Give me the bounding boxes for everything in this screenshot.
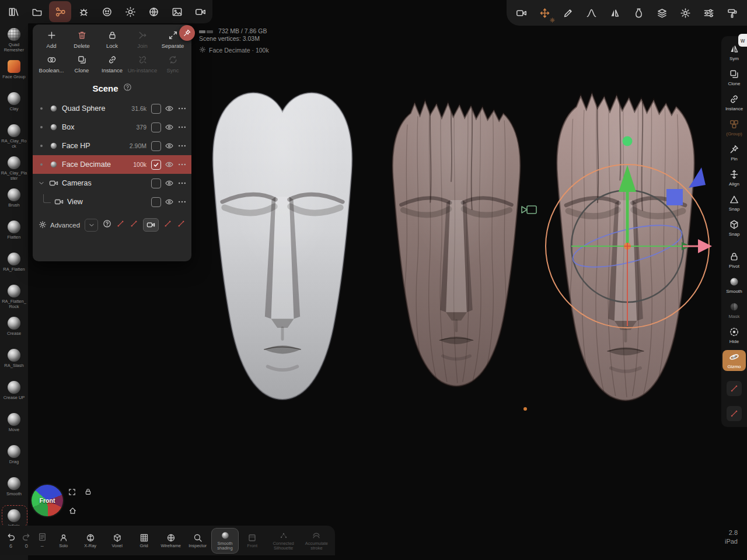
toggle-front[interactable]: Front [239,531,265,551]
stroke-slash-1[interactable] [727,381,742,396]
right-tool-pivot[interactable]: Pivot [722,250,746,271]
view-lock-button[interactable] [84,488,92,498]
right-tool-hide[interactable]: Hide [722,325,746,346]
tool-smooth[interactable]: Smooth [0,475,28,507]
sculpt-mesh-wood-mask[interactable] [378,80,535,408]
scene-item-face-decimate[interactable]: Face Decimate100k [33,155,191,174]
home-view-button[interactable] [68,506,77,517]
topbar-layers-button[interactable] [651,2,673,23]
topbar-scene-graph-button[interactable] [49,1,71,22]
gizmo-y-arrowhead[interactable] [619,165,636,192]
stroke-slash-2[interactable] [727,406,742,421]
select-checkbox[interactable] [151,197,161,207]
scene-item-cameras[interactable]: Cameras [33,174,191,192]
eye-icon[interactable] [165,178,174,188]
right-tool-snap[interactable]: Snap [722,192,746,214]
tool-crease-up[interactable]: Crease UP [0,379,28,411]
right-tool-instance[interactable]: Instance [722,92,746,113]
select-checkbox[interactable] [151,160,161,170]
w-badge[interactable]: w [738,34,747,47]
scene-item-view[interactable]: View [33,192,191,211]
slash-toggle-4[interactable] [177,219,186,230]
toggle-accumulate-stroke[interactable]: Accumulate stroke [302,528,331,553]
right-tool-gizmo[interactable]: Gizmo [722,350,746,371]
topbar-lathe-button[interactable] [627,2,650,23]
toggle-inspector[interactable]: Inspector [185,531,211,551]
right-tool-pin[interactable]: Pin [722,142,746,163]
tool-ra-clay-plaster[interactable]: RA_Clay_Plaster [0,154,28,186]
delete-button[interactable]: Delete [67,30,97,49]
advanced-help-icon[interactable] [103,219,111,230]
slash-toggle-2[interactable] [130,219,138,230]
tool-ra-flatten-rock[interactable]: RA_Flatten_Rock [0,282,28,314]
toggle-grid[interactable]: Grid [131,531,157,551]
topbar-settings-button[interactable] [674,2,696,23]
topbar-environment-button[interactable] [142,1,165,22]
right-tool-snap[interactable]: Snap [722,218,746,239]
panel-pin-button[interactable] [179,25,195,41]
eye-icon[interactable] [165,123,174,132]
toggle-wireframe[interactable]: Wireframe [158,531,184,551]
topbar-gizmo-transform-button[interactable] [533,2,556,23]
topbar-paint-button[interactable] [721,2,743,23]
tool-flatten[interactable]: Flatten [0,218,28,250]
instance-button[interactable]: Instance [97,55,127,74]
eye-icon[interactable] [165,197,174,206]
orientation-ball[interactable]: Front [32,485,63,516]
topbar-symmetry-button[interactable] [604,2,626,23]
camera-toggle-active[interactable] [143,218,159,232]
ellipsis-icon[interactable] [177,197,187,206]
topbar-falloff-button[interactable] [581,2,603,23]
topbar-interface-button[interactable] [698,2,720,23]
advanced-chevron-button[interactable] [85,219,98,232]
toggle-x-ray[interactable]: X-Ray [78,531,103,551]
gizmo-plane-handle[interactable] [666,189,683,205]
topbar-lighting-button[interactable] [119,1,141,22]
select-checkbox[interactable] [151,178,161,188]
topbar-stroke-button[interactable] [557,2,580,23]
tool-ra-slash[interactable]: RA_Slash [0,346,28,379]
tool-face-group[interactable]: Face Group [0,58,28,90]
topbar-material-button[interactable] [96,1,118,22]
scene-item-box[interactable]: Box379 [33,118,191,136]
transform-gizmo[interactable] [543,131,718,335]
tool-ra-clay-rock[interactable]: RA_Clay_Rock [0,122,28,154]
redo-button[interactable]: 0 [19,532,34,549]
tool-brush[interactable]: Brush [0,186,28,218]
select-checkbox[interactable] [151,141,161,151]
tool-clay[interactable]: Clay [0,90,28,122]
ellipsis-icon[interactable] [177,160,187,169]
slash-toggle-1[interactable] [116,219,125,230]
topbar-files-button[interactable] [26,1,48,22]
right-tool-mask[interactable]: Mask [722,300,746,321]
gizmo-top-handle[interactable] [623,136,633,146]
fullscreen-button[interactable] [68,488,76,499]
chevDown-icon[interactable] [38,180,45,187]
toggle-smooth-shading[interactable]: Smooth shading [212,528,239,553]
topbar-camera-view-button[interactable] [510,2,532,23]
tool-move[interactable]: Move [0,411,28,443]
gizmo-blue-arrow[interactable] [689,167,706,188]
right-tool-smooth[interactable]: Smooth [722,275,746,296]
select-checkbox[interactable] [151,104,161,114]
eye-icon[interactable] [165,160,174,169]
topbar-render-button[interactable] [189,1,211,22]
toggle-voxel[interactable]: Voxel [104,531,130,551]
clone-button[interactable]: Clone [67,55,97,74]
topbar-library-button[interactable] [2,1,25,22]
ellipsis-icon[interactable] [177,104,187,113]
toggle-connected-silhouette[interactable]: Connected Silhouette [266,528,301,553]
eye-icon[interactable] [165,104,174,113]
slash-toggle-3[interactable] [163,219,172,230]
advanced-button[interactable]: Advanced [39,220,80,230]
help-icon[interactable] [123,83,132,93]
topbar-topology-button[interactable] [72,1,95,22]
topbar-post-process-button[interactable] [166,1,188,22]
select-checkbox[interactable] [151,123,161,132]
add-button[interactable]: Add [36,30,67,49]
tool-quad-remesher[interactable]: Quad Remesher [0,26,28,58]
scene-camera-icon[interactable] [521,204,538,216]
ellipsis-icon[interactable] [177,141,187,150]
right-tool-group[interactable]: (Group) [722,117,746,138]
ellipsis-icon[interactable] [177,123,187,132]
